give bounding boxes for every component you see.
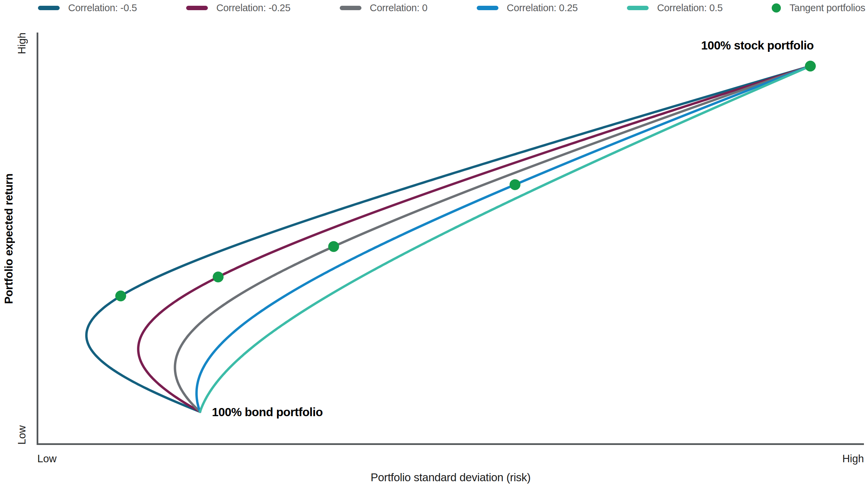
y-axis-spine [37, 33, 38, 445]
annotation-stock-portfolio: 100% stock portfolio [701, 39, 814, 52]
tangent-portfolio-dot-0 [115, 290, 126, 301]
x-axis-title: Portfolio standard deviation (risk) [37, 471, 864, 484]
curve-correlation--0.5 [86, 66, 810, 412]
x-axis-spine [37, 443, 864, 445]
y-axis-title-wrap: Portfolio expected return [1, 33, 16, 445]
tangent-portfolio-dot-1 [213, 271, 223, 282]
frontier-curves [86, 66, 810, 412]
curve-correlation-0.5 [200, 66, 810, 412]
curve-correlation-0 [175, 66, 810, 412]
x-tick-low: Low [37, 453, 57, 465]
tangent-portfolio-dot-3 [510, 179, 520, 190]
tangent-portfolio-dot-4 [805, 61, 816, 72]
x-axis-ticks: Low High [37, 453, 864, 465]
y-tick-low: Low [16, 425, 28, 445]
x-tick-high: High [842, 453, 864, 465]
y-tick-high: High [16, 33, 28, 54]
y-axis-title: Portfolio expected return [2, 174, 15, 304]
curve-correlation-0.25 [197, 66, 810, 412]
plot-area [0, 0, 868, 488]
chart-figure: Correlation: -0.5Correlation: -0.25Corre… [0, 0, 868, 488]
annotation-bond-portfolio: 100% bond portfolio [212, 405, 323, 419]
tangent-portfolio-dot-2 [328, 241, 339, 252]
y-axis-ticks: High Low [15, 33, 29, 445]
tangent-portfolio-dots [115, 61, 816, 301]
